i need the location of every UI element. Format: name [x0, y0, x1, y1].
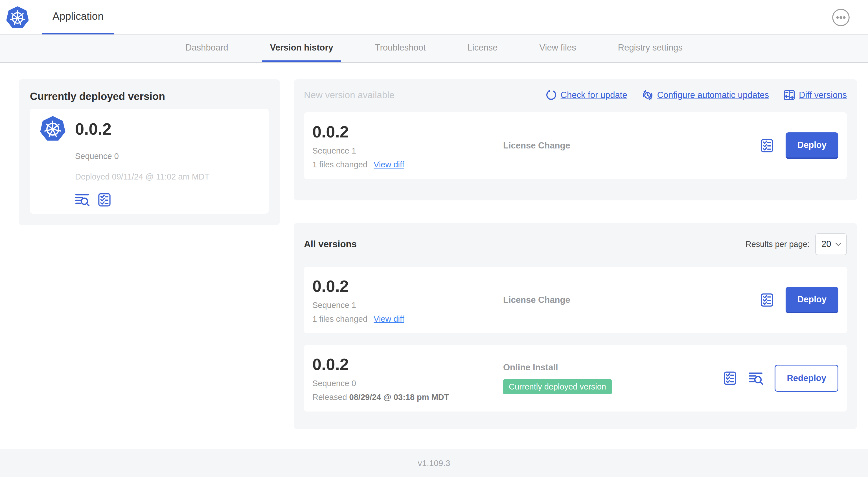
version-source: License Change — [503, 141, 760, 151]
tab-version-history[interactable]: Version history — [262, 35, 341, 62]
app-subnav: Dashboard Version history Troubleshoot L… — [0, 35, 868, 63]
version-actions: Deploy — [760, 132, 838, 159]
header-spacer — [114, 0, 832, 34]
deployed-timestamp: Deployed 09/11/24 @ 11:02 am MDT — [75, 172, 258, 181]
refresh-icon — [546, 89, 557, 101]
diff-versions-label: Diff versions — [799, 90, 847, 100]
version-released-line: Released 08/29/24 @ 03:18 pm MDT — [312, 393, 503, 402]
version-info: 0.0.2 Sequence 1 1 files changed View di… — [312, 277, 503, 324]
deployed-version-panel: 0.0.2 Sequence 0 Deployed 09/11/24 @ 11:… — [30, 109, 269, 214]
check-for-update-link[interactable]: Check for update — [546, 89, 627, 101]
tab-view-files[interactable]: View files — [531, 35, 584, 62]
tab-troubleshoot[interactable]: Troubleshoot — [367, 35, 434, 62]
app-tab-label: Application — [53, 10, 103, 22]
new-version-actions: Check for update — [546, 89, 847, 101]
version-number: 0.0.2 — [312, 122, 503, 141]
configure-automatic-updates-label: Configure automatic updates — [657, 90, 769, 100]
preflight-checks-icon[interactable] — [760, 139, 774, 153]
view-logs-icon[interactable] — [75, 193, 90, 207]
preflight-checks-icon[interactable] — [723, 371, 737, 385]
new-version-card: New version available Check for update — [294, 79, 857, 200]
redeploy-button[interactable]: Redeploy — [775, 365, 838, 392]
deployed-version-number: 0.0.2 — [75, 119, 112, 138]
version-info: 0.0.2 Sequence 0 Released 08/29/24 @ 03:… — [312, 355, 503, 402]
version-source-column: Online Install Currently deployed versio… — [503, 362, 723, 394]
deployed-version-details: Sequence 0 Deployed 09/11/24 @ 11:02 am … — [75, 152, 258, 207]
main-content: Currently deployed version 0.0.2 Sequenc… — [0, 63, 868, 449]
deploy-button[interactable]: Deploy — [785, 132, 838, 159]
version-info: 0.0.2 Sequence 1 1 files changed View di… — [312, 122, 503, 169]
new-version-title: New version available — [304, 90, 395, 100]
kubernetes-logo-icon — [6, 6, 29, 29]
diff-icon — [784, 89, 795, 101]
deployed-version-actions — [75, 193, 258, 207]
deployed-version-header: 0.0.2 — [40, 116, 258, 141]
version-actions: Deploy — [760, 287, 838, 313]
right-column: New version available Check for update — [294, 79, 857, 429]
results-per-page-select[interactable]: 20 — [815, 233, 847, 255]
view-logs-icon[interactable] — [749, 371, 763, 385]
version-sequence: Sequence 1 — [312, 301, 503, 310]
files-changed-text: 1 files changed — [312, 160, 367, 169]
new-version-row: 0.0.2 Sequence 1 1 files changed View di… — [304, 112, 847, 179]
currently-deployed-title: Currently deployed version — [30, 91, 269, 102]
check-for-update-label: Check for update — [561, 90, 627, 100]
version-source-column: License Change — [503, 141, 760, 151]
tab-registry-settings[interactable]: Registry settings — [610, 35, 690, 62]
results-per-page: Results per page: 20 — [746, 233, 847, 255]
released-prefix: Released — [312, 393, 347, 401]
app-footer: v1.109.3 — [0, 449, 868, 477]
chevron-down-icon — [835, 242, 842, 246]
deployed-sequence: Sequence 0 — [75, 152, 258, 161]
version-source-column: License Change — [503, 295, 760, 305]
app-tab[interactable]: Application — [42, 0, 114, 34]
app-header: Application — [0, 0, 868, 35]
results-per-page-value: 20 — [822, 239, 831, 249]
preflight-checks-icon[interactable] — [760, 293, 774, 307]
kots-admin-console: Application Dashboard Version history Tr… — [0, 0, 868, 477]
configure-automatic-updates-link[interactable]: Configure automatic updates — [642, 89, 769, 101]
results-per-page-label: Results per page: — [746, 240, 810, 249]
kubernetes-app-icon — [40, 116, 65, 141]
view-diff-link[interactable]: View diff — [374, 315, 404, 324]
files-changed-row: 1 files changed View diff — [312, 315, 503, 324]
version-number: 0.0.2 — [312, 355, 503, 374]
ellipsis-icon — [832, 8, 850, 27]
console-version: v1.109.3 — [417, 458, 450, 468]
version-actions: Redeploy — [723, 365, 838, 392]
version-sequence: Sequence 1 — [312, 146, 503, 155]
deploy-button[interactable]: Deploy — [785, 287, 838, 313]
version-sequence: Sequence 0 — [312, 379, 503, 388]
auto-update-clock-icon — [642, 89, 653, 101]
more-options-button[interactable] — [832, 8, 850, 27]
version-row: 0.0.2 Sequence 0 Released 08/29/24 @ 03:… — [304, 345, 847, 412]
currently-deployed-card: Currently deployed version 0.0.2 Sequenc… — [19, 79, 280, 225]
all-versions-card: All versions Results per page: 20 — [294, 223, 857, 429]
tab-license[interactable]: License — [460, 35, 506, 62]
preflight-checks-icon[interactable] — [97, 193, 112, 207]
files-changed-row: 1 files changed View diff — [312, 160, 503, 169]
version-number: 0.0.2 — [312, 277, 503, 296]
files-changed-text: 1 files changed — [312, 315, 367, 324]
released-date: 08/29/24 @ 03:18 pm MDT — [349, 393, 449, 401]
diff-versions-link[interactable]: Diff versions — [784, 89, 847, 101]
all-versions-header: All versions Results per page: 20 — [304, 233, 847, 255]
version-source: License Change — [503, 295, 760, 305]
view-diff-link[interactable]: View diff — [374, 160, 404, 169]
version-row: 0.0.2 Sequence 1 1 files changed View di… — [304, 267, 847, 333]
tab-dashboard[interactable]: Dashboard — [178, 35, 236, 62]
version-source: Online Install — [503, 362, 723, 372]
all-versions-title: All versions — [304, 239, 357, 249]
currently-deployed-badge: Currently deployed version — [503, 379, 612, 394]
new-version-header: New version available Check for update — [304, 89, 847, 101]
